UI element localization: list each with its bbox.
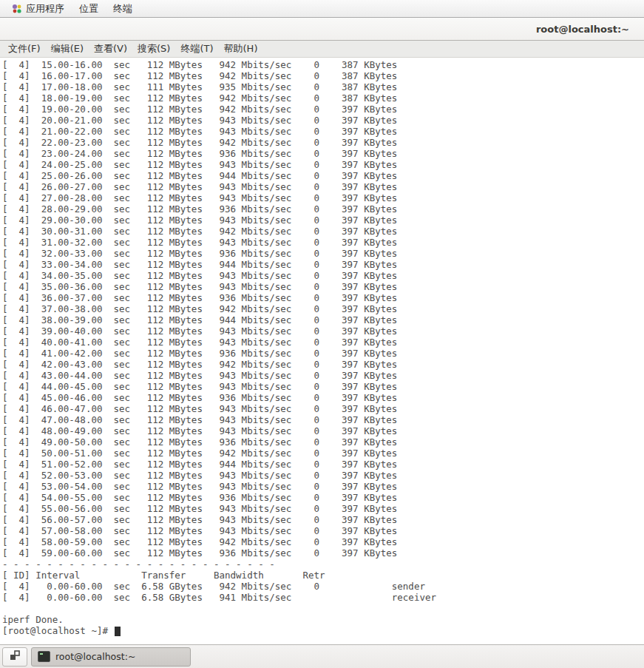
terminal-line: [ 4] 27.00-28.00 sec 112 MBytes 943 Mbit… (2, 192, 644, 203)
terminal-line: [ 4] 18.00-19.00 sec 112 MBytes 942 Mbit… (2, 92, 644, 104)
terminal-line: [ 4] 55.00-56.00 sec 112 MBytes 943 Mbit… (2, 503, 644, 514)
terminal-line: [ 4] 0.00-60.00 sec 6.58 GBytes 942 Mbit… (2, 581, 644, 592)
taskbar-task-label: root@localhost:~ (55, 651, 135, 662)
menu-help[interactable]: 帮助(H) (219, 41, 263, 57)
terminal-line: [ 4] 42.00-43.00 sec 112 MBytes 942 Mbit… (2, 359, 644, 370)
shell-prompt-text: [root@localhost ~]# (2, 625, 114, 636)
terminal-line: [ 4] 25.00-26.00 sec 112 MBytes 944 Mbit… (2, 170, 644, 181)
terminal-line: [ 4] 43.00-44.00 sec 112 MBytes 943 Mbit… (2, 370, 644, 381)
terminal-line: [ 4] 29.00-30.00 sec 112 MBytes 943 Mbit… (2, 215, 644, 226)
desktop: 应用程序 位置 终端 root@localhost:~ 文件(F) 编辑(E) … (0, 0, 644, 668)
shell-prompt[interactable]: [root@localhost ~]# (2, 625, 644, 636)
terminal-line: [ 4] 26.00-27.00 sec 112 MBytes 943 Mbit… (2, 181, 644, 192)
window-titlebar[interactable]: root@localhost:~ (0, 18, 644, 41)
terminal-line: [ 4] 41.00-42.00 sec 112 MBytes 936 Mbit… (2, 348, 644, 359)
terminal-line: [ 4] 20.00-21.00 sec 112 MBytes 943 Mbit… (2, 115, 644, 126)
terminal-line: [ 4] 47.00-48.00 sec 112 MBytes 943 Mbit… (2, 414, 644, 425)
menu-terminal[interactable]: 终端(T) (175, 41, 218, 57)
terminal-line: [ 4] 23.00-24.00 sec 112 MBytes 936 Mbit… (2, 148, 644, 159)
terminal-output[interactable]: [ 4] 15.00-16.00 sec 112 MBytes 942 Mbit… (0, 58, 644, 644)
terminal-line: [ 4] 56.00-57.00 sec 112 MBytes 943 Mbit… (2, 514, 644, 525)
menu-search[interactable]: 搜索(S) (132, 41, 175, 57)
show-desktop-button[interactable] (2, 647, 27, 667)
terminal-line: [ 4] 15.00-16.00 sec 112 MBytes 942 Mbit… (2, 59, 644, 70)
terminal-line: [ 4] 38.00-39.00 sec 112 MBytes 944 Mbit… (2, 314, 644, 325)
terminal-line: [ 4] 39.00-40.00 sec 112 MBytes 943 Mbit… (2, 325, 644, 337)
terminal-line: [ ID] Interval Transfer Bandwidth Retr (2, 570, 644, 581)
terminal-line: [ 4] 57.00-58.00 sec 112 MBytes 943 Mbit… (2, 525, 644, 536)
terminal-appmenu[interactable]: 终端 (106, 0, 140, 17)
terminal-line: [ 4] 50.00-51.00 sec 112 MBytes 942 Mbit… (2, 448, 644, 459)
places-menu-label: 位置 (79, 2, 98, 16)
show-desktop-icon (9, 650, 21, 664)
menu-edit[interactable]: 编辑(E) (46, 41, 89, 57)
taskbar-task-terminal[interactable]: root@localhost:~ (31, 647, 191, 667)
applications-menu[interactable]: 应用程序 (4, 0, 72, 17)
window-title: root@localhost:~ (536, 24, 629, 35)
terminal-line: [ 4] 54.00-55.00 sec 112 MBytes 936 Mbit… (2, 492, 644, 503)
terminal-line: [ 4] 16.00-17.00 sec 112 MBytes 942 Mbit… (2, 70, 644, 81)
terminal-line: [ 4] 59.00-60.00 sec 112 MBytes 936 Mbit… (2, 547, 644, 559)
terminal-line: [ 4] 34.00-35.00 sec 112 MBytes 943 Mbit… (2, 270, 644, 281)
terminal-line: [ 4] 44.00-45.00 sec 112 MBytes 943 Mbit… (2, 381, 644, 392)
terminal-line: [ 4] 24.00-25.00 sec 112 MBytes 943 Mbit… (2, 159, 644, 170)
terminal-line: [ 4] 35.00-36.00 sec 112 MBytes 943 Mbit… (2, 281, 644, 292)
menu-view[interactable]: 查看(V) (89, 41, 132, 57)
terminal-line: [ 4] 46.00-47.00 sec 112 MBytes 943 Mbit… (2, 403, 644, 414)
terminal-lines: [ 4] 15.00-16.00 sec 112 MBytes 942 Mbit… (2, 59, 644, 636)
terminal-line: [ 4] 36.00-37.00 sec 112 MBytes 936 Mbit… (2, 292, 644, 303)
terminal-line: [ 4] 40.00-41.00 sec 112 MBytes 943 Mbit… (2, 337, 644, 348)
terminal-line: [ 4] 0.00-60.00 sec 6.58 GBytes 941 Mbit… (2, 592, 644, 603)
terminal-line: [ 4] 28.00-29.00 sec 112 MBytes 936 Mbit… (2, 203, 644, 215)
top-panel: 应用程序 位置 终端 (0, 0, 644, 18)
terminal-line: [ 4] 31.00-32.00 sec 112 MBytes 943 Mbit… (2, 237, 644, 248)
menu-file[interactable]: 文件(F) (3, 41, 46, 57)
terminal-line: [ 4] 53.00-54.00 sec 112 MBytes 943 Mbit… (2, 481, 644, 492)
taskbar: root@localhost:~ (0, 644, 644, 668)
terminal-cursor (115, 627, 121, 636)
terminal-line: [ 4] 17.00-18.00 sec 111 MBytes 935 Mbit… (2, 81, 644, 92)
terminal-line: [ 4] 45.00-46.00 sec 112 MBytes 936 Mbit… (2, 392, 644, 403)
terminal-line: [ 4] 37.00-38.00 sec 112 MBytes 942 Mbit… (2, 303, 644, 314)
terminal-line (2, 603, 644, 614)
terminal-line: [ 4] 48.00-49.00 sec 112 MBytes 943 Mbit… (2, 425, 644, 436)
applications-menu-label: 应用程序 (26, 2, 64, 16)
places-menu[interactable]: 位置 (72, 0, 106, 17)
terminal-menubar: 文件(F) 编辑(E) 查看(V) 搜索(S) 终端(T) 帮助(H) (0, 41, 644, 58)
applications-icon (12, 4, 22, 14)
terminal-line: iperf Done. (2, 614, 644, 625)
terminal-line: [ 4] 19.00-20.00 sec 112 MBytes 942 Mbit… (2, 104, 644, 115)
terminal-line: [ 4] 52.00-53.00 sec 112 MBytes 943 Mbit… (2, 470, 644, 481)
terminal-line: [ 4] 32.00-33.00 sec 112 MBytes 936 Mbit… (2, 248, 644, 259)
terminal-line: [ 4] 21.00-22.00 sec 112 MBytes 943 Mbit… (2, 126, 644, 137)
terminal-appmenu-label: 终端 (113, 2, 132, 16)
terminal-line: [ 4] 30.00-31.00 sec 112 MBytes 942 Mbit… (2, 226, 644, 237)
terminal-line: [ 4] 33.00-34.00 sec 112 MBytes 944 Mbit… (2, 259, 644, 270)
terminal-line: [ 4] 58.00-59.00 sec 112 MBytes 942 Mbit… (2, 536, 644, 547)
terminal-icon (38, 651, 50, 662)
terminal-line: [ 4] 49.00-50.00 sec 112 MBytes 936 Mbit… (2, 436, 644, 448)
terminal-line: [ 4] 22.00-23.00 sec 112 MBytes 942 Mbit… (2, 137, 644, 148)
terminal-line: [ 4] 51.00-52.00 sec 112 MBytes 944 Mbit… (2, 459, 644, 470)
terminal-line: - - - - - - - - - - - - - - - - - - - - … (2, 559, 644, 570)
